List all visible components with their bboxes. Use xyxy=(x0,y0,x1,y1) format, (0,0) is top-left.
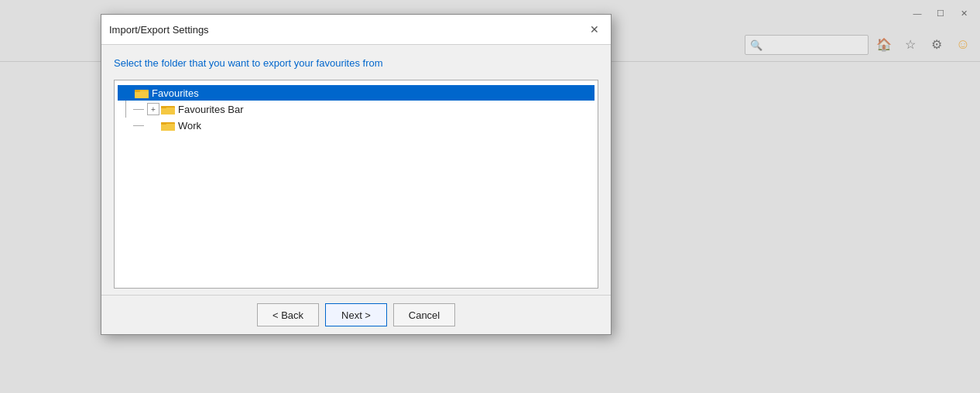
folder-icon-favourites-bar xyxy=(161,103,175,115)
tree-item-favourites[interactable]: + Favourites xyxy=(118,85,595,101)
dialog-body: Select the folder that you want to expor… xyxy=(101,45,611,295)
dialog-instruction: Select the folder that you want to expor… xyxy=(114,57,598,69)
folder-icon-work xyxy=(161,119,175,132)
tree-line-vertical xyxy=(125,101,126,118)
folder-tree[interactable]: + Favourites xyxy=(114,80,598,289)
svg-rect-8 xyxy=(161,124,175,131)
dialog-title: Import/Export Settings xyxy=(109,24,209,36)
dialog-titlebar: Import/Export Settings ✕ xyxy=(101,15,611,45)
tree-row-favourites-bar: + Favourites Bar xyxy=(118,101,595,118)
dialog-overlay: Import/Export Settings ✕ Select the fold… xyxy=(0,0,980,393)
tree-label-work: Work xyxy=(178,120,201,132)
cancel-button[interactable]: Cancel xyxy=(393,303,455,326)
svg-rect-5 xyxy=(161,108,175,114)
svg-rect-2 xyxy=(135,91,149,98)
tree-line-horizontal-work xyxy=(133,125,144,126)
tree-item-work[interactable]: + Work xyxy=(144,118,595,133)
folder-icon-favourites xyxy=(135,87,149,99)
svg-rect-6 xyxy=(161,106,166,108)
dialog-footer: < Back Next > Cancel xyxy=(101,295,611,334)
tree-label-favourites-bar: Favourites Bar xyxy=(178,104,244,115)
svg-rect-9 xyxy=(161,122,166,125)
expand-favourites-bar[interactable]: + xyxy=(147,103,159,115)
browser-background: — ☐ ✕ 🔍 🏠 ☆ ⚙ ☺ Import/Export Settings ✕… xyxy=(0,0,980,393)
tree-row-work: + Work xyxy=(118,118,595,133)
tree-indent-bar xyxy=(118,101,133,118)
tree-line-horizontal xyxy=(133,109,144,110)
tree-label-favourites: Favourites xyxy=(152,87,199,99)
next-button[interactable]: Next > xyxy=(325,303,387,326)
back-button[interactable]: < Back xyxy=(257,303,319,326)
import-export-dialog: Import/Export Settings ✕ Select the fold… xyxy=(101,14,612,335)
tree-item-favourites-bar[interactable]: + Favourites Bar xyxy=(144,101,595,117)
svg-rect-3 xyxy=(135,90,140,92)
dialog-close-button[interactable]: ✕ xyxy=(586,21,603,38)
